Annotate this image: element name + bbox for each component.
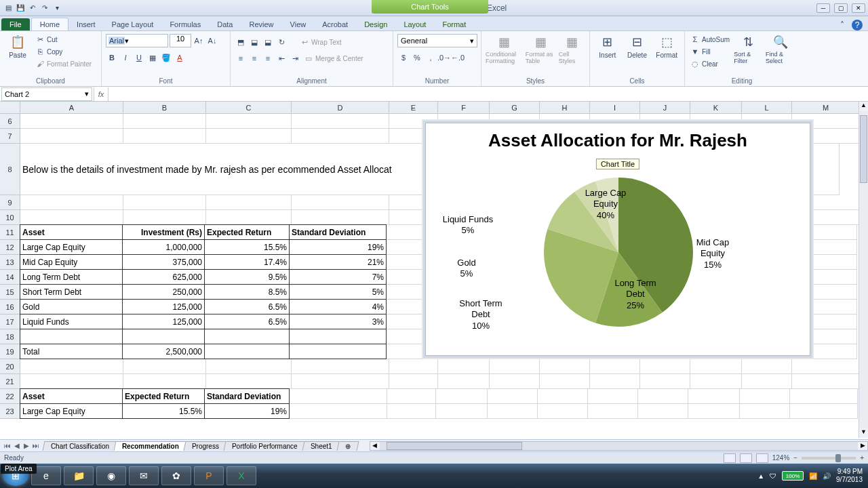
- cell[interactable]: 9.5%: [204, 269, 290, 285]
- col-header[interactable]: B: [123, 102, 206, 113]
- embedded-chart[interactable]: Asset Allocation for Mr. Rajesh Chart Ti…: [425, 123, 810, 356]
- row-header[interactable]: 16: [0, 300, 20, 314]
- tab-review[interactable]: Review: [241, 18, 281, 30]
- cell[interactable]: Standard Deviation: [204, 388, 290, 404]
- fx-icon[interactable]: fx: [94, 87, 108, 101]
- tab-view[interactable]: View: [282, 18, 315, 30]
- cell[interactable]: Expected Return: [204, 224, 290, 240]
- taskbar-outlook-icon[interactable]: ✉: [129, 466, 159, 485]
- cell[interactable]: 19%: [289, 239, 387, 255]
- sort-filter-button[interactable]: ⇅Sort & Filter: [734, 34, 763, 65]
- tab-home[interactable]: Home: [31, 18, 68, 30]
- help-icon[interactable]: ?: [852, 20, 863, 30]
- number-format-combo[interactable]: General▾: [397, 34, 477, 47]
- row-header[interactable]: 18: [0, 329, 20, 344]
- font-name-combo[interactable]: Arial▾: [106, 34, 168, 47]
- inc-decimal-button[interactable]: .0→: [438, 52, 450, 64]
- row-header[interactable]: 8: [0, 144, 20, 195]
- cell[interactable]: Asset: [20, 388, 123, 404]
- col-header[interactable]: E: [389, 102, 438, 113]
- clear-button[interactable]: ◌Clear: [689, 58, 731, 69]
- format-cells-button[interactable]: ⬚Format: [653, 34, 680, 59]
- new-sheet-button[interactable]: ⊕: [336, 441, 359, 451]
- cell[interactable]: 5%: [289, 284, 387, 300]
- indent-inc-button[interactable]: ⇥: [289, 52, 301, 64]
- cell[interactable]: 6.5%: [204, 314, 290, 329]
- minimize-ribbon-icon[interactable]: ˄: [837, 20, 848, 30]
- zoom-level[interactable]: 124%: [772, 454, 790, 462]
- align-right-button[interactable]: ≡: [262, 52, 274, 64]
- cell[interactable]: Asset: [20, 224, 123, 240]
- tab-page-layout[interactable]: Page Layout: [104, 18, 162, 30]
- cell[interactable]: 1,000,000: [122, 239, 205, 255]
- taskbar-excel-icon[interactable]: X: [226, 466, 256, 485]
- col-header[interactable]: F: [438, 102, 490, 113]
- find-select-button[interactable]: 🔍Find & Select: [766, 34, 795, 65]
- horizontal-scrollbar[interactable]: ◀▶: [370, 441, 869, 451]
- normal-view-button[interactable]: [724, 453, 736, 463]
- sheet-tab[interactable]: Recommendation: [114, 441, 188, 451]
- cell[interactable]: 6.5%: [204, 299, 290, 314]
- col-header[interactable]: G: [490, 102, 540, 113]
- col-header[interactable]: M: [792, 102, 860, 113]
- row-header[interactable]: 7: [0, 129, 20, 144]
- scroll-thumb[interactable]: [860, 115, 867, 183]
- row-header[interactable]: 12: [0, 240, 20, 255]
- tab-design[interactable]: Design: [356, 18, 395, 30]
- cell[interactable]: Large Cap Equity: [20, 403, 123, 419]
- col-header[interactable]: A: [20, 102, 123, 113]
- conditional-formatting-button[interactable]: ▦Conditional Formatting: [486, 34, 523, 65]
- zoom-in-button[interactable]: +: [860, 454, 864, 462]
- row-header[interactable]: 10: [0, 210, 20, 225]
- cell[interactable]: Large Cap Equity: [20, 239, 123, 255]
- tab-data[interactable]: Data: [209, 18, 241, 30]
- col-header[interactable]: I: [590, 102, 640, 113]
- cell[interactable]: 3%: [289, 314, 387, 329]
- tab-formulas[interactable]: Formulas: [161, 18, 209, 30]
- row-header[interactable]: 14: [0, 270, 20, 285]
- delete-cells-button[interactable]: ⊟Delete: [624, 34, 651, 59]
- prev-sheet-icon[interactable]: ◀: [12, 442, 22, 449]
- formula-input[interactable]: [108, 87, 868, 101]
- close-button[interactable]: ✕: [852, 3, 865, 13]
- sheet-tab[interactable]: Chart Classification: [43, 441, 118, 451]
- vertical-scrollbar[interactable]: ▲▼: [859, 102, 868, 438]
- chevron-down-icon[interactable]: ▾: [85, 89, 89, 98]
- select-all-corner[interactable]: [0, 102, 20, 113]
- cell[interactable]: Liquid Funds: [20, 314, 123, 329]
- col-header[interactable]: H: [540, 102, 590, 113]
- row-header[interactable]: 19: [0, 344, 20, 359]
- col-header[interactable]: C: [206, 102, 292, 113]
- cut-button[interactable]: ✂Cut: [34, 34, 93, 45]
- row-header[interactable]: 22: [0, 389, 20, 404]
- taskbar-powerpoint-icon[interactable]: P: [194, 466, 224, 485]
- align-left-button[interactable]: ≡: [235, 52, 247, 64]
- underline-button[interactable]: U: [133, 52, 145, 64]
- cell[interactable]: 8.5%: [204, 284, 290, 300]
- page-break-view-button[interactable]: [756, 453, 768, 463]
- insert-cells-button[interactable]: ⊞Insert: [594, 34, 621, 59]
- col-header[interactable]: K: [690, 102, 742, 113]
- cell[interactable]: Gold: [20, 299, 123, 314]
- align-top-button[interactable]: ⬒: [235, 36, 247, 48]
- col-header[interactable]: D: [292, 102, 389, 113]
- tray-shield-icon[interactable]: 🛡: [770, 472, 776, 480]
- tab-acrobat[interactable]: Acrobat: [314, 18, 356, 30]
- currency-button[interactable]: $: [397, 52, 410, 64]
- row-header[interactable]: 15: [0, 285, 20, 300]
- zoom-slider[interactable]: [802, 457, 856, 460]
- row-header[interactable]: 23: [0, 404, 20, 419]
- system-clock[interactable]: 9:49 PM9/7/2013: [836, 468, 865, 484]
- scroll-down-icon[interactable]: ▼: [859, 428, 868, 438]
- name-box[interactable]: Chart 2▾: [1, 87, 92, 101]
- row-header[interactable]: 6: [0, 114, 20, 129]
- maximize-button[interactable]: ▢: [834, 3, 848, 13]
- cell[interactable]: Mid Cap Equity: [20, 254, 123, 270]
- taskbar-app-icon[interactable]: ✿: [161, 466, 191, 485]
- autosum-button[interactable]: ΣAutoSum: [689, 34, 731, 45]
- tab-insert[interactable]: Insert: [68, 18, 104, 30]
- bold-button[interactable]: B: [106, 52, 118, 64]
- row-header[interactable]: 11: [0, 225, 20, 240]
- cell-styles-button[interactable]: ▦Cell Styles: [559, 34, 585, 65]
- sheet-tab[interactable]: Progress: [184, 441, 228, 451]
